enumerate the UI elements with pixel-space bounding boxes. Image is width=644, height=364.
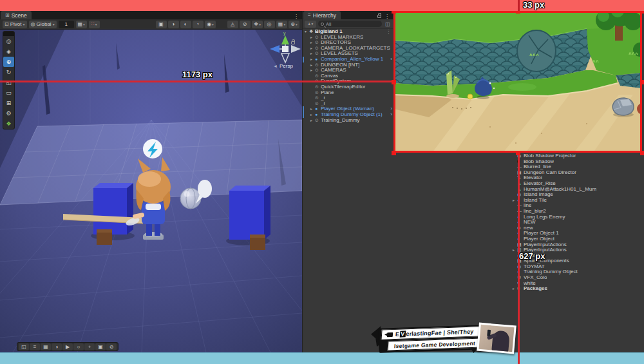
scene-bottom-tool-button[interactable]: ◱ [19, 343, 29, 350]
tab-scene[interactable]: ⊞ Scene [1, 11, 32, 19]
hierarchy-item[interactable]: ▸ ⊙ DIRECTORS [303, 40, 393, 46]
transform-tool-button[interactable]: ↻ [3, 67, 14, 77]
hierarchy-item[interactable]: ⊙ QuickTilemapEditor [303, 84, 393, 90]
annotation-handle[interactable] [516, 151, 520, 155]
overlay-drag-handle[interactable] [3, 32, 14, 36]
scene-view-option-button[interactable]: ◎ [264, 21, 275, 28]
project-item[interactable]: ● Player Object [513, 236, 643, 242]
hierarchy-item[interactable]: ▸ ⊙ LEVEL ASSETS [303, 51, 393, 57]
transform-tool-button[interactable]: ◱ [3, 77, 14, 88]
scene-bottom-tool-button[interactable]: ○ [73, 343, 84, 350]
expander-icon[interactable]: ▸ [310, 40, 315, 46]
transform-tool-button[interactable]: ▭ [3, 88, 14, 98]
expander-icon[interactable]: ▸ [513, 286, 517, 292]
axis-y-cone[interactable] [281, 35, 289, 44]
project-item[interactable]: — Blurred_line [513, 164, 643, 170]
transform-tool-button[interactable]: ◈ [3, 46, 14, 57]
training-block-right[interactable] [226, 186, 270, 250]
project-item[interactable]: ◍ Island Image [513, 192, 643, 198]
hierarchy-item[interactable]: ▸ ⊙ Training_Dummy [303, 118, 393, 124]
disco-ball[interactable] [180, 188, 201, 209]
grid-size-input[interactable]: 1 [59, 21, 74, 28]
hierarchy-item[interactable]: ⊙ Plane [303, 90, 393, 96]
scene-viewport[interactable] [0, 30, 302, 352]
hierarchy-search-input[interactable]: All [318, 21, 382, 27]
project-item[interactable]: ▤ PlayerInputActions [513, 242, 643, 248]
project-item[interactable]: ● Training Dummy Object [513, 269, 643, 275]
hierarchy-item[interactable]: ⊙ _r [303, 95, 393, 101]
project-item[interactable]: ● Player Object 1 [513, 231, 643, 236]
axis-cone-outline[interactable] [281, 53, 289, 62]
project-item[interactable]: ⊛ new [513, 225, 643, 231]
expander-icon[interactable]: ▸ [310, 68, 315, 73]
project-item[interactable]: ▲ HumanM@Attack1H01_L_Mum [513, 187, 643, 193]
scene-view-option-button[interactable]: ◬ [227, 21, 238, 28]
expander-icon[interactable]: ▸ [310, 51, 315, 57]
gizmo-lock-icon[interactable] [291, 41, 295, 44]
grid-visual-button[interactable]: ▦ ▾ [76, 21, 87, 28]
global-mode-button[interactable]: ◍ Global ▾ [29, 21, 57, 28]
transform-tool-button[interactable]: ⊞ [3, 98, 14, 108]
hierarchy-item[interactable]: ▸ ● Training Dummy Object (1) › [303, 112, 393, 118]
project-item[interactable]: ◍ TOYMAT [513, 264, 643, 270]
expander-icon[interactable]: ▾ [305, 29, 309, 35]
scene-bottom-tool-button[interactable]: ⊘ [106, 343, 117, 350]
scene-bottom-tool-button[interactable]: ≡ [30, 343, 40, 350]
search-filter-icon[interactable]: ◫ [384, 21, 392, 28]
scene-root-row[interactable]: ▾ ❖ BigIsland 1 ⋮ [303, 29, 393, 35]
scene-view-option-button[interactable]: ⊕ ▾ [289, 21, 299, 28]
tab-hierarchy[interactable]: ≡ Hierarchy [303, 11, 341, 19]
scene-view-toggle-button[interactable]: ▣ [156, 21, 167, 28]
annotation-handle[interactable] [640, 80, 644, 84]
training-block-left[interactable] [91, 183, 135, 245]
hierarchy-item[interactable]: ⊙ Canvas [303, 73, 393, 79]
project-item[interactable]: ◉ Blob Shadow Projector [513, 153, 643, 159]
create-object-button[interactable]: + ▾ [305, 21, 316, 28]
expander-icon[interactable]: ▸ [310, 62, 315, 68]
scene-view-toggle-button[interactable]: ◔ [193, 21, 204, 28]
project-item[interactable]: ▸ ■ Packages [513, 286, 643, 292]
expander-icon[interactable]: ▸ [310, 57, 315, 62]
scene-tabstrip-menu-icon[interactable]: ⋮ [290, 14, 302, 19]
hierarchy-item[interactable]: ▸ ⊙ DUNGEON [INT] [303, 62, 393, 68]
project-item[interactable]: ▸ ● Island Tile [513, 198, 643, 204]
scene-view-toggle-button[interactable]: ◉ ▾ [205, 21, 216, 28]
project-item[interactable]: — line_blur2 [513, 209, 643, 215]
lock-icon[interactable] [377, 15, 381, 18]
project-item[interactable]: — line [513, 203, 643, 209]
expander-icon[interactable]: ▸ [310, 35, 315, 41]
hierarchy-menu-icon[interactable]: ⋮ [384, 14, 390, 19]
expander-icon[interactable]: ▸ [310, 106, 315, 112]
gizmo-cube[interactable] [282, 46, 289, 52]
hierarchy-item[interactable]: ▸ ● Player Object (Woman) › [303, 106, 393, 112]
hierarchy-item[interactable]: ▸ ⊙ CAMERAS [303, 68, 393, 73]
project-item[interactable]: ⇅ Elevator [513, 175, 643, 181]
scene-bottom-tool-button[interactable]: + [84, 343, 95, 350]
transform-tool-button[interactable]: ⚙ [3, 108, 14, 119]
scene-bottom-tool-button[interactable]: ▶ [62, 343, 73, 350]
scene-bottom-tool-button[interactable]: ▣ [95, 343, 106, 350]
expander-icon[interactable]: ▸ [513, 198, 517, 204]
snap-settings-button[interactable]: ∷ ▾ [89, 21, 100, 28]
scene-view-toggle-button[interactable]: ◐ [180, 21, 191, 28]
scene-view-option-button[interactable]: ❖ ▾ [252, 21, 263, 28]
transform-tool-button[interactable]: ❖ [3, 119, 14, 129]
annotation-handle[interactable] [640, 151, 644, 155]
lightning-gizmo-icon[interactable] [143, 139, 162, 158]
hierarchy-item[interactable]: ▸ ● Companion_Alien_Yellow 1 › [303, 57, 393, 62]
hierarchy-item[interactable]: ▸ ⊙ LEVEL MARKERS [303, 35, 393, 41]
expander-icon[interactable]: ▸ [513, 247, 517, 253]
project-item[interactable]: × white [513, 281, 643, 287]
pivot-mode-button[interactable]: ⊡ Pivot ▾ [3, 21, 27, 28]
annotation-handle[interactable] [392, 80, 396, 84]
transform-tool-button[interactable]: ⊕ [3, 57, 14, 67]
projection-mode[interactable]: ◄ Persp [273, 63, 293, 69]
scene-view-toggle-button[interactable]: ◑ [168, 21, 179, 28]
annotation-handle[interactable] [392, 151, 396, 155]
hierarchy-item[interactable]: ⊙ _r [303, 101, 393, 107]
expander-icon[interactable]: ▸ [310, 118, 315, 124]
expander-icon[interactable]: ▸ [310, 46, 315, 52]
project-item[interactable]: ● Long Legs Enemy [513, 215, 643, 220]
axis-cone[interactable] [291, 45, 301, 53]
project-item[interactable]: ● NEW [513, 220, 643, 225]
